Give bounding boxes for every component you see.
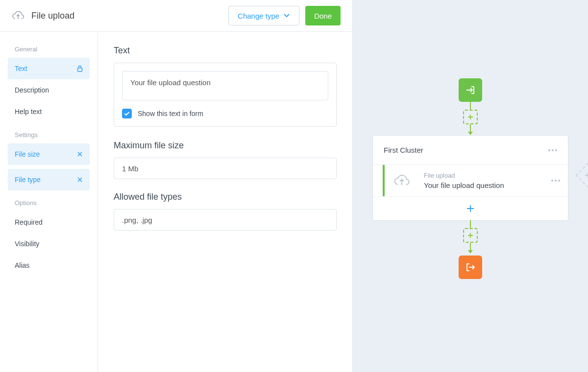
group-options: Options: [15, 199, 90, 207]
sidebar-item-description[interactable]: Description: [8, 79, 90, 101]
editor-header: File upload Change type Done: [0, 0, 352, 31]
sidebar-item-visibility[interactable]: Visibility: [8, 233, 90, 255]
end-node[interactable]: [459, 256, 482, 279]
sidebar-item-label: File type: [15, 176, 41, 184]
sidebar-item-text[interactable]: Text: [8, 58, 90, 79]
sidebar-item-label: File size: [15, 150, 40, 158]
section-title-text: Text: [114, 46, 337, 56]
group-general: General: [15, 46, 90, 53]
change-type-button[interactable]: Change type: [228, 6, 299, 25]
max-file-size-input[interactable]: [114, 158, 337, 179]
connector: [470, 243, 471, 251]
item-question: Your file upload question: [424, 181, 539, 189]
arrow-down-icon: [468, 250, 473, 254]
sidebar-item-label: Alias: [15, 261, 29, 269]
start-node[interactable]: [459, 78, 482, 102]
chevron-down-icon: [283, 13, 290, 18]
group-settings: Settings: [15, 131, 90, 139]
lock-icon: [77, 65, 83, 72]
more-icon[interactable]: [551, 180, 560, 182]
cloud-upload-icon: [12, 11, 24, 21]
close-icon[interactable]: [77, 177, 83, 183]
sidebar-item-filetype[interactable]: File type: [8, 169, 90, 190]
cloud-upload-icon: [385, 165, 419, 196]
add-branch-button[interactable]: [576, 163, 588, 188]
cluster-card[interactable]: First Cluster File upload Your file uplo…: [372, 135, 568, 221]
add-step-button[interactable]: [463, 228, 478, 243]
sidebar-item-helptext[interactable]: Help text: [8, 101, 90, 122]
cluster-title: First Cluster: [384, 146, 423, 154]
text-panel: Show this text in form: [114, 63, 337, 127]
sidebar-item-label: Text: [15, 65, 27, 72]
add-step-button[interactable]: [463, 110, 478, 124]
item-type-label: File upload: [424, 172, 539, 179]
cluster-item[interactable]: File upload Your file upload question: [373, 165, 568, 197]
connector: [470, 102, 471, 110]
add-item-button[interactable]: [373, 197, 568, 220]
section-title-maxsize: Maximum file size: [114, 140, 337, 151]
flow-canvas[interactable]: First Cluster File upload Your file uplo…: [353, 0, 588, 372]
question-text-input[interactable]: [122, 71, 328, 100]
sidebar-item-label: Help text: [15, 108, 42, 116]
form-editor: Text Show this text in form Maximum file…: [98, 32, 352, 372]
page-title: File upload: [31, 11, 74, 21]
settings-sidebar: General Text Description Help text Setti…: [0, 32, 98, 372]
show-in-form-checkbox[interactable]: [122, 109, 132, 118]
arrow-down-icon: [468, 132, 473, 135]
show-in-form-label: Show this text in form: [138, 110, 203, 117]
sidebar-item-required[interactable]: Required: [8, 211, 90, 233]
allowed-types-input[interactable]: [114, 209, 337, 231]
section-title-allowed: Allowed file types: [114, 192, 337, 202]
sidebar-item-alias[interactable]: Alias: [8, 255, 90, 276]
connector: [470, 220, 471, 228]
change-type-label: Change type: [238, 12, 279, 20]
sidebar-item-label: Visibility: [15, 240, 39, 248]
sidebar-item-label: Required: [15, 218, 43, 226]
sidebar-item-label: Description: [15, 86, 49, 94]
connector: [470, 124, 471, 132]
close-icon[interactable]: [77, 151, 83, 157]
done-button[interactable]: Done: [305, 6, 341, 25]
svg-rect-0: [78, 68, 82, 71]
sidebar-item-filesize[interactable]: File size: [8, 143, 90, 165]
more-icon[interactable]: [548, 149, 557, 151]
